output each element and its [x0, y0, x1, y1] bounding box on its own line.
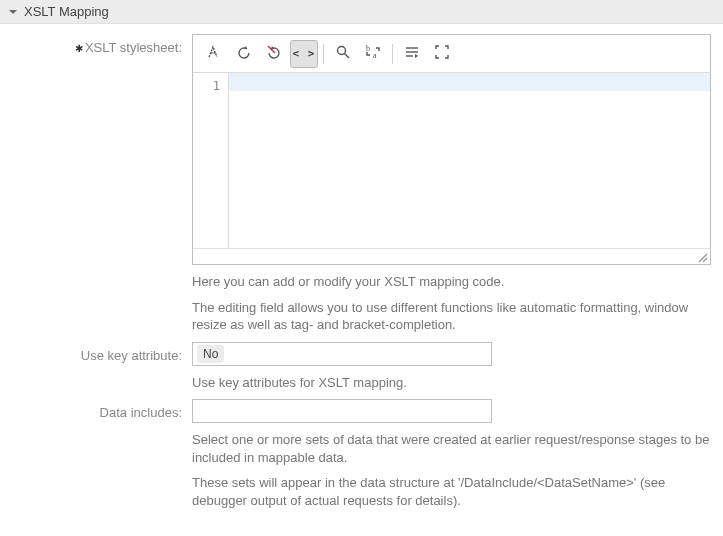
format-icon	[205, 43, 223, 64]
line-gutter: 1	[193, 73, 229, 248]
section-title: XSLT Mapping	[24, 4, 109, 19]
selected-value: No	[197, 345, 224, 363]
redo-button[interactable]	[260, 40, 288, 68]
collapse-icon	[8, 7, 18, 17]
svg-text:b: b	[366, 44, 370, 53]
required-star: ✱	[75, 43, 83, 54]
section-header[interactable]: XSLT Mapping	[0, 0, 723, 24]
code-area[interactable]	[229, 73, 710, 248]
label-text: Data includes:	[100, 405, 182, 420]
help-text: Select one or more sets of data that wer…	[192, 431, 711, 466]
svg-line-8	[699, 254, 707, 262]
fullscreen-button[interactable]	[428, 40, 456, 68]
svg-point-1	[338, 47, 346, 55]
section-body: ✱XSLT stylesheet:	[0, 24, 723, 536]
code-textarea[interactable]	[229, 73, 710, 248]
replace-icon: ba	[364, 43, 382, 64]
row-xslt-stylesheet: ✱XSLT stylesheet:	[12, 34, 711, 334]
format-button[interactable]	[200, 40, 228, 68]
svg-line-2	[345, 54, 350, 59]
label-text: Use key attribute:	[81, 348, 182, 363]
undo-button[interactable]	[230, 40, 258, 68]
svg-line-0	[268, 46, 275, 53]
help-text: These sets will appear in the data struc…	[192, 474, 711, 509]
replace-button[interactable]: ba	[359, 40, 387, 68]
data-includes-input[interactable]	[192, 399, 492, 423]
search-icon	[334, 43, 352, 64]
row-use-key: Use key attribute: No Use key attributes…	[12, 342, 711, 392]
fullscreen-icon	[433, 43, 451, 64]
search-button[interactable]	[329, 40, 357, 68]
help-text: Use key attributes for XSLT mapping.	[192, 374, 711, 392]
toolbar-separator	[323, 44, 324, 64]
resize-handle[interactable]	[696, 251, 708, 263]
help-text: The editing field allows you to use diff…	[192, 299, 711, 334]
wrap-button[interactable]	[398, 40, 426, 68]
editor-toolbar: < > ba	[193, 35, 710, 73]
label-xslt-stylesheet: ✱XSLT stylesheet:	[12, 34, 192, 55]
svg-line-9	[703, 258, 707, 262]
wrap-icon	[403, 43, 421, 64]
undo-icon	[235, 43, 253, 64]
gutter-line-number: 1	[193, 77, 220, 95]
code-editor: < > ba	[192, 34, 711, 265]
code-area-wrap: 1	[193, 73, 710, 249]
use-key-select[interactable]: No	[192, 342, 492, 366]
toggle-tags-button[interactable]: < >	[290, 40, 318, 68]
label-text: XSLT stylesheet:	[85, 40, 182, 55]
svg-text:a: a	[373, 51, 377, 60]
editor-footer	[193, 249, 710, 264]
label-use-key: Use key attribute:	[12, 342, 192, 363]
help-text: Here you can add or modify your XSLT map…	[192, 273, 711, 291]
toolbar-separator	[392, 44, 393, 64]
label-data-includes: Data includes:	[12, 399, 192, 420]
redo-icon	[265, 43, 283, 64]
row-data-includes: Data includes: Select one or more sets o…	[12, 399, 711, 509]
tags-icon: < >	[293, 47, 316, 60]
